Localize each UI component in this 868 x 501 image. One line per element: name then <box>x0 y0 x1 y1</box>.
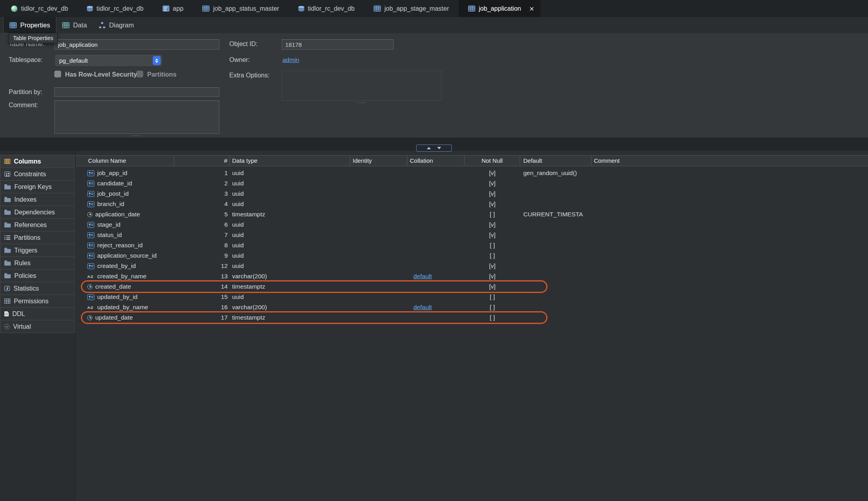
column-ordinal-cell[interactable]: 16 <box>174 302 230 312</box>
column-ordinal-cell[interactable]: 1 <box>174 168 230 178</box>
column-notnull-cell[interactable]: [v] <box>465 168 520 178</box>
close-icon[interactable] <box>529 5 534 13</box>
column-datatype-cell[interactable]: timestamptz <box>230 209 350 220</box>
column-notnull-cell[interactable]: [v] <box>465 189 520 199</box>
column-identity-cell[interactable] <box>350 281 407 292</box>
grid-header-cell[interactable]: Column Name <box>76 156 174 166</box>
column-collation-cell[interactable] <box>407 168 465 178</box>
column-ordinal-cell[interactable]: 15 <box>174 292 230 302</box>
column-ordinal-cell[interactable]: 12 <box>174 261 230 271</box>
sidebar-item[interactable]: Virtual <box>0 320 75 333</box>
column-default-cell[interactable]: gen_random_uuid() <box>520 168 591 178</box>
grid-header-cell[interactable]: Collation <box>407 156 465 166</box>
partitions-checkbox[interactable] <box>136 71 143 77</box>
column-identity-cell[interactable] <box>350 240 407 250</box>
column-collation-cell[interactable] <box>407 261 465 271</box>
column-collation-cell[interactable] <box>407 292 465 302</box>
column-comment-cell[interactable] <box>591 281 868 292</box>
column-notnull-cell[interactable]: [ ] <box>465 312 520 323</box>
collation-link[interactable]: default <box>413 273 432 279</box>
column-identity-cell[interactable] <box>350 199 407 209</box>
column-identity-cell[interactable] <box>350 250 407 261</box>
extra-options-resize-grip[interactable] <box>356 101 367 104</box>
column-collation-cell[interactable]: default <box>407 271 465 281</box>
column-datatype-cell[interactable]: uuid <box>230 230 350 240</box>
column-notnull-cell[interactable]: [v] <box>465 220 520 230</box>
object-id-input[interactable] <box>282 39 394 50</box>
splitter-sash[interactable] <box>416 145 452 152</box>
column-datatype-cell[interactable]: uuid <box>230 240 350 250</box>
column-identity-cell[interactable] <box>350 189 407 199</box>
sidebar-item[interactable]: Constraints <box>0 168 75 181</box>
column-name-cell[interactable]: created_date <box>76 281 174 292</box>
column-row[interactable]: updated_by_id 15 uuid [ ] <box>76 292 868 302</box>
tablespace-select[interactable]: pg_default <box>54 54 163 67</box>
grid-header-cell[interactable]: Comment <box>591 156 868 166</box>
column-name-cell[interactable]: updated_date <box>76 312 174 323</box>
column-datatype-cell[interactable]: timestamptz <box>230 281 350 292</box>
partition-by-input[interactable] <box>54 87 219 97</box>
column-row[interactable]: application_source_id 9 uuid [ ] <box>76 250 868 261</box>
sidebar-item[interactable]: DDL <box>0 307 75 320</box>
column-ordinal-cell[interactable]: 14 <box>174 281 230 292</box>
column-collation-cell[interactable] <box>407 220 465 230</box>
view-tab[interactable]: Properties <box>3 17 56 33</box>
column-datatype-cell[interactable]: uuid <box>230 292 350 302</box>
editor-tab[interactable]: tidlor_rc_dev_db <box>77 0 153 17</box>
column-collation-cell[interactable] <box>407 199 465 209</box>
editor-tab[interactable]: job_app_status_master <box>193 0 288 17</box>
column-comment-cell[interactable] <box>591 271 868 281</box>
column-notnull-cell[interactable]: [v] <box>465 281 520 292</box>
column-default-cell[interactable] <box>520 271 591 281</box>
column-identity-cell[interactable] <box>350 209 407 220</box>
column-comment-cell[interactable] <box>591 168 868 178</box>
column-comment-cell[interactable] <box>591 302 868 312</box>
column-row[interactable]: reject_reason_id 8 uuid [ ] <box>76 240 868 250</box>
column-notnull-cell[interactable]: [ ] <box>465 250 520 261</box>
grid-header-cell[interactable]: # <box>174 156 230 166</box>
column-ordinal-cell[interactable]: 2 <box>174 178 230 189</box>
column-name-cell[interactable]: status_id <box>76 230 174 240</box>
editor-tab[interactable]: tidlor_rc_dev_db <box>2 0 77 17</box>
column-identity-cell[interactable] <box>350 271 407 281</box>
column-collation-cell[interactable] <box>407 189 465 199</box>
column-row[interactable]: job_post_id 3 uuid [v] <box>76 189 868 199</box>
column-comment-cell[interactable] <box>591 240 868 250</box>
column-notnull-cell[interactable]: [ ] <box>465 292 520 302</box>
column-default-cell[interactable] <box>520 240 591 250</box>
sidebar-item[interactable]: Policies <box>0 269 75 282</box>
has-rls-checkbox[interactable] <box>54 71 61 77</box>
column-comment-cell[interactable] <box>591 189 868 199</box>
column-row[interactable]: created_by_id 12 uuid [v] <box>76 261 868 271</box>
table-name-input[interactable] <box>54 39 219 50</box>
column-name-cell[interactable]: created_by_name <box>76 271 174 281</box>
column-name-cell[interactable]: job_post_id <box>76 189 174 199</box>
column-collation-cell[interactable] <box>407 178 465 189</box>
column-row[interactable]: created_date 14 timestamptz [v] <box>76 281 868 292</box>
column-ordinal-cell[interactable]: 3 <box>174 189 230 199</box>
column-comment-cell[interactable] <box>591 261 868 271</box>
column-notnull-cell[interactable]: [ ] <box>465 209 520 220</box>
column-row[interactable]: branch_id 4 uuid [v] <box>76 199 868 209</box>
column-notnull-cell[interactable]: [v] <box>465 178 520 189</box>
comment-resize-grip[interactable] <box>131 134 142 137</box>
column-default-cell[interactable] <box>520 261 591 271</box>
column-name-cell[interactable]: updated_by_name <box>76 302 174 312</box>
view-tab[interactable]: Data <box>56 17 93 33</box>
column-name-cell[interactable]: reject_reason_id <box>76 240 174 250</box>
column-notnull-cell[interactable]: [ ] <box>465 240 520 250</box>
column-collation-cell[interactable] <box>407 250 465 261</box>
column-datatype-cell[interactable]: uuid <box>230 261 350 271</box>
column-name-cell[interactable]: updated_by_id <box>76 292 174 302</box>
column-row[interactable]: updated_by_name 16 varchar(200) default … <box>76 302 868 312</box>
column-row[interactable]: status_id 7 uuid [v] <box>76 230 868 240</box>
column-ordinal-cell[interactable]: 13 <box>174 271 230 281</box>
view-tab[interactable]: Diagram <box>93 17 140 33</box>
grid-header-cell[interactable]: Identity <box>350 156 407 166</box>
column-notnull-cell[interactable]: [v] <box>465 230 520 240</box>
column-identity-cell[interactable] <box>350 312 407 323</box>
column-datatype-cell[interactable]: uuid <box>230 199 350 209</box>
column-default-cell[interactable] <box>520 230 591 240</box>
column-ordinal-cell[interactable]: 4 <box>174 199 230 209</box>
editor-tab[interactable]: app <box>153 0 193 17</box>
